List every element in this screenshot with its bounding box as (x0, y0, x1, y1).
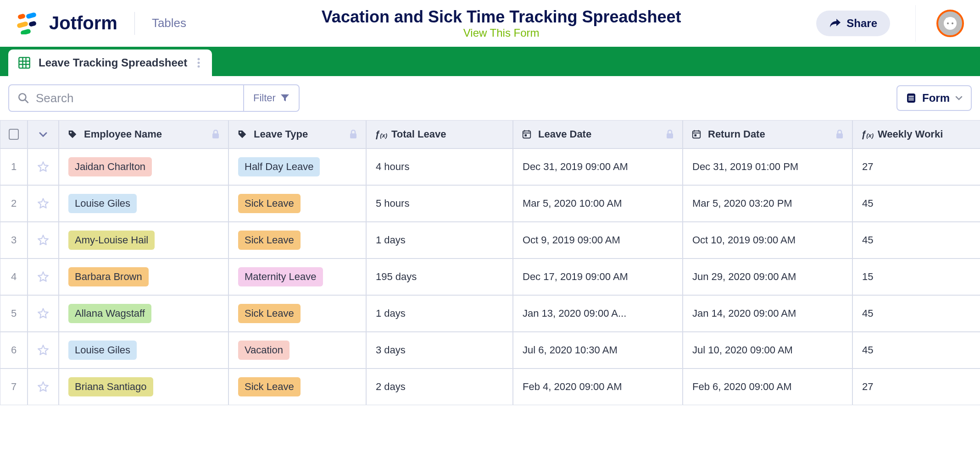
cell-return-date[interactable]: Jan 14, 2020 09:00 AM (683, 295, 852, 332)
column-label: Employee Name (84, 128, 162, 140)
cell-weekly[interactable]: 45 (852, 222, 980, 258)
cell-return-date[interactable]: Jun 29, 2020 09:00 AM (683, 258, 852, 295)
column-header-3[interactable]: Leave Date (513, 120, 683, 148)
cell-leave-type[interactable]: Sick Leave (228, 185, 366, 222)
cell-leave-type[interactable]: Sick Leave (228, 222, 366, 258)
svg-point-22 (70, 132, 72, 134)
filter-icon (280, 94, 290, 102)
cell-weekly[interactable]: 27 (852, 368, 980, 405)
cell-leave-type[interactable]: Sick Leave (228, 368, 366, 405)
cell-return-date[interactable]: Dec 31, 2019 01:00 PM (683, 148, 852, 185)
tab-label: Leave Tracking Spreadsheet (39, 56, 187, 69)
svg-rect-3 (28, 21, 37, 27)
cell-leave-type[interactable]: Sick Leave (228, 295, 366, 332)
row-number: 4 (0, 258, 28, 295)
star-row[interactable] (28, 368, 59, 405)
column-label: Leave Date (538, 128, 591, 140)
form-view-dropdown[interactable]: Form (896, 85, 972, 111)
cell-employee[interactable]: Louise Giles (59, 185, 228, 222)
cell-leave-date[interactable]: Oct 9, 2019 09:00 AM (513, 222, 683, 258)
avatar[interactable] (936, 10, 964, 37)
leave-type-tag: Sick Leave (238, 231, 301, 250)
cell-total-leave[interactable]: 1 days (366, 295, 513, 332)
row-menu-header[interactable] (28, 120, 59, 148)
avatar-icon (941, 14, 959, 33)
cell-leave-date[interactable]: Jan 13, 2020 09:00 A... (513, 295, 683, 332)
tab-menu-icon[interactable] (195, 57, 203, 68)
cell-leave-date[interactable]: Dec 17, 2019 09:00 AM (513, 258, 683, 295)
cell-total-leave[interactable]: 3 days (366, 332, 513, 368)
tab-leave-tracking[interactable]: Leave Tracking Spreadsheet (8, 50, 212, 76)
svg-rect-25 (350, 133, 356, 138)
column-label: Weekly Worki (878, 128, 943, 140)
star-row[interactable] (28, 332, 59, 368)
cell-weekly[interactable]: 45 (852, 185, 980, 222)
cell-total-leave[interactable]: 1 days (366, 222, 513, 258)
cell-employee[interactable]: Allana Wagstaff (59, 295, 228, 332)
svg-rect-4 (20, 28, 31, 34)
cell-employee[interactable]: Barbara Brown (59, 258, 228, 295)
share-label: Share (846, 17, 877, 30)
controls-bar: Filter Form (0, 76, 980, 120)
section-label[interactable]: Tables (152, 16, 186, 30)
form-button-label: Form (922, 92, 950, 104)
column-header-1[interactable]: Leave Type (228, 120, 366, 148)
lock-icon (666, 130, 674, 139)
star-row[interactable] (28, 148, 59, 185)
column-label: Leave Type (254, 128, 308, 140)
page-title: Vacation and Sick Time Tracking Spreadsh… (186, 7, 816, 27)
cell-weekly[interactable]: 45 (852, 332, 980, 368)
svg-rect-28 (524, 134, 527, 137)
cell-leave-date[interactable]: Jul 6, 2020 10:30 AM (513, 332, 683, 368)
search-icon (17, 92, 29, 104)
cell-return-date[interactable]: Oct 10, 2019 09:00 AM (683, 222, 852, 258)
select-all-checkbox[interactable] (0, 120, 28, 148)
cell-return-date[interactable]: Jul 10, 2020 09:00 AM (683, 332, 852, 368)
row-number: 2 (0, 185, 28, 222)
cell-weekly[interactable]: 27 (852, 148, 980, 185)
star-row[interactable] (28, 258, 59, 295)
column-header-0[interactable]: Employee Name (59, 120, 228, 148)
leave-type-tag: Maternity Leave (238, 267, 323, 286)
cell-leave-type[interactable]: Half Day Leave (228, 148, 366, 185)
cell-employee[interactable]: Briana Santiago (59, 368, 228, 405)
cell-leave-date[interactable]: Mar 5, 2020 10:00 AM (513, 185, 683, 222)
column-header-2[interactable]: ƒ(x)Total Leave (366, 120, 513, 148)
jotform-logo-icon (16, 12, 38, 34)
cell-weekly[interactable]: 15 (852, 258, 980, 295)
svg-point-7 (952, 22, 953, 24)
logo-area: Jotform Tables (16, 12, 186, 35)
employee-tag: Allana Wagstaff (68, 304, 151, 323)
cell-total-leave[interactable]: 2 days (366, 368, 513, 405)
cell-leave-type[interactable]: Vacation (228, 332, 366, 368)
view-form-link[interactable]: View This Form (463, 27, 540, 39)
column-header-4[interactable]: Return Date (683, 120, 852, 148)
svg-point-24 (240, 132, 242, 134)
cell-total-leave[interactable]: 195 days (366, 258, 513, 295)
share-button[interactable]: Share (816, 11, 890, 36)
column-header-5[interactable]: ƒ(x)Weekly Worki (852, 120, 980, 148)
star-row[interactable] (28, 185, 59, 222)
row-number: 5 (0, 295, 28, 332)
header-right: Share (816, 5, 964, 42)
cell-employee[interactable]: Jaidan Charlton (59, 148, 228, 185)
app-header: Jotform Tables Vacation and Sick Time Tr… (0, 0, 980, 47)
cell-return-date[interactable]: Mar 5, 2020 03:20 PM (683, 185, 852, 222)
svg-rect-37 (836, 133, 843, 138)
form-icon (906, 93, 917, 104)
star-row[interactable] (28, 222, 59, 258)
search-input[interactable] (36, 91, 235, 105)
cell-employee[interactable]: Louise Giles (59, 332, 228, 368)
cell-leave-date[interactable]: Dec 31, 2019 09:00 AM (513, 148, 683, 185)
cell-return-date[interactable]: Feb 6, 2020 09:00 AM (683, 368, 852, 405)
leave-type-tag: Half Day Leave (238, 157, 320, 176)
cell-employee[interactable]: Amy-Louise Hail (59, 222, 228, 258)
cell-weekly[interactable]: 45 (852, 295, 980, 332)
cell-total-leave[interactable]: 4 hours (366, 148, 513, 185)
star-row[interactable] (28, 295, 59, 332)
filter-button[interactable]: Filter (243, 85, 299, 111)
cell-leave-date[interactable]: Feb 4, 2020 09:00 AM (513, 368, 683, 405)
brand-name: Jotform (49, 13, 117, 33)
cell-total-leave[interactable]: 5 hours (366, 185, 513, 222)
cell-leave-type[interactable]: Maternity Leave (228, 258, 366, 295)
